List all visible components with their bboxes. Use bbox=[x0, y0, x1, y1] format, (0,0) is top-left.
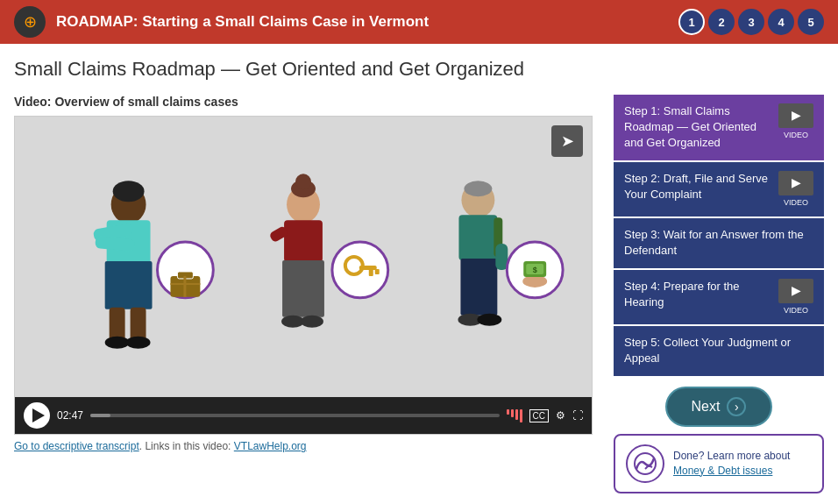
svg-rect-21 bbox=[282, 260, 324, 317]
sidebar-step-2[interactable]: Step 2: Draft, File and Serve Your Compl… bbox=[614, 162, 824, 217]
money-debt-text: Done? Learn more about Money & Debt issu… bbox=[673, 449, 790, 479]
video-container: ➤ bbox=[14, 116, 593, 435]
svg-rect-33 bbox=[460, 259, 497, 316]
svg-point-30 bbox=[464, 181, 492, 196]
play-button[interactable] bbox=[24, 402, 50, 429]
svg-point-23 bbox=[301, 316, 323, 328]
step-4-label: Step 4: Prepare for the Hearing bbox=[624, 279, 771, 310]
step-3-label: Step 3: Wait for an Answer from the Defe… bbox=[624, 227, 813, 259]
money-debt-box[interactable]: Done? Learn more about Money & Debt issu… bbox=[614, 434, 824, 493]
settings-icon[interactable]: ⚙ bbox=[556, 409, 565, 422]
video-thumb-col-2: ▶ VIDEO bbox=[778, 171, 813, 209]
video-label-4: VIDEO bbox=[784, 305, 808, 316]
video-thumb-1: ▶ bbox=[778, 103, 813, 128]
video-illustration: $ bbox=[15, 117, 592, 397]
step-circle-1[interactable]: 1 bbox=[678, 9, 705, 35]
share-button[interactable]: ➤ bbox=[551, 125, 583, 157]
svg-rect-26 bbox=[359, 266, 377, 270]
svg-rect-27 bbox=[369, 269, 373, 276]
transcript-link[interactable]: Go to descriptive transcript bbox=[14, 440, 139, 452]
left-content: Video: Overview of small claims cases ➤ bbox=[14, 95, 600, 493]
svg-point-2 bbox=[113, 181, 145, 202]
next-label: Next bbox=[692, 399, 721, 415]
sidebar-step-5[interactable]: Step 5: Collect Your Judgment or Appeal bbox=[614, 326, 824, 375]
header-title: ROADMAP: Starting a Small Claims Case in… bbox=[56, 13, 429, 31]
volume-icon[interactable] bbox=[507, 409, 522, 422]
video-time: 02:47 bbox=[57, 409, 83, 422]
svg-point-18 bbox=[295, 174, 311, 189]
page-title: Small Claims Roadmap — Get Oriented and … bbox=[0, 44, 838, 88]
svg-point-10 bbox=[126, 337, 151, 349]
next-btn-container: Next › bbox=[614, 387, 824, 427]
play-thumb-icon-1: ▶ bbox=[792, 107, 801, 124]
control-icons: CC ⚙ ⛶ bbox=[529, 409, 583, 422]
step-2-label: Step 2: Draft, File and Serve Your Compl… bbox=[624, 171, 771, 202]
svg-rect-31 bbox=[458, 215, 497, 260]
next-button[interactable]: Next › bbox=[665, 387, 773, 427]
video-thumb-4: ▶ bbox=[778, 279, 813, 303]
app-header: ⊕ ROADMAP: Starting a Small Claims Case … bbox=[0, 0, 838, 44]
step-circles: 1 2 3 4 5 bbox=[678, 9, 824, 35]
cc-button[interactable]: CC bbox=[529, 409, 549, 422]
money-debt-link[interactable]: Money & Debt issues bbox=[673, 465, 772, 477]
step-circle-2[interactable]: 2 bbox=[708, 9, 735, 35]
video-section-label: Video: Overview of small claims cases bbox=[14, 95, 600, 109]
vtlaw-link[interactable]: VTLawHelp.org bbox=[234, 440, 307, 452]
fullscreen-icon[interactable]: ⛶ bbox=[572, 409, 583, 422]
step-circle-4[interactable]: 4 bbox=[768, 9, 794, 35]
money-icon bbox=[626, 444, 664, 483]
video-controls: 02:47 CC ⚙ ⛶ bbox=[15, 397, 592, 434]
main-layout: Video: Overview of small claims cases ➤ bbox=[0, 88, 838, 500]
header-left: ⊕ ROADMAP: Starting a Small Claims Case … bbox=[14, 6, 429, 38]
step-circle-5[interactable]: 5 bbox=[798, 9, 824, 35]
right-sidebar: Step 1: Small Claims Roadmap — Get Orien… bbox=[614, 95, 824, 493]
svg-rect-28 bbox=[375, 269, 380, 274]
next-arrow-icon: › bbox=[727, 397, 746, 416]
play-icon bbox=[32, 408, 45, 422]
video-thumb-col-1: ▶ VIDEO bbox=[778, 103, 813, 141]
sidebar-step-1[interactable]: Step 1: Small Claims Roadmap — Get Orien… bbox=[614, 95, 824, 160]
video-label-1: VIDEO bbox=[784, 130, 808, 141]
play-thumb-icon-2: ▶ bbox=[792, 174, 801, 192]
svg-point-36 bbox=[477, 314, 501, 326]
sidebar-step-4[interactable]: Step 4: Prepare for the Hearing ▶ VIDEO bbox=[614, 270, 824, 325]
play-thumb-icon-4: ▶ bbox=[792, 282, 801, 300]
step-5-label: Step 5: Collect Your Judgment or Appeal bbox=[624, 335, 813, 366]
sidebar-step-3[interactable]: Step 3: Wait for an Answer from the Defe… bbox=[614, 218, 824, 267]
transcript-section: Go to descriptive transcript. Links in t… bbox=[14, 435, 600, 458]
roadmap-icon: ⊕ bbox=[14, 6, 46, 38]
svg-point-9 bbox=[105, 337, 130, 349]
video-thumb-2: ▶ bbox=[778, 171, 813, 195]
step-circle-3[interactable]: 3 bbox=[738, 9, 764, 35]
video-thumb-col-4: ▶ VIDEO bbox=[778, 279, 813, 316]
svg-rect-14 bbox=[183, 276, 186, 297]
video-label-2: VIDEO bbox=[784, 197, 808, 209]
progress-fill bbox=[90, 414, 110, 417]
svg-point-38 bbox=[522, 275, 547, 287]
svg-rect-19 bbox=[284, 220, 323, 262]
progress-bar[interactable] bbox=[90, 414, 500, 417]
svg-text:$: $ bbox=[533, 266, 537, 274]
step-1-label: Step 1: Small Claims Roadmap — Get Orien… bbox=[624, 103, 771, 152]
video-area: ➤ bbox=[15, 117, 592, 397]
svg-rect-6 bbox=[105, 261, 153, 309]
